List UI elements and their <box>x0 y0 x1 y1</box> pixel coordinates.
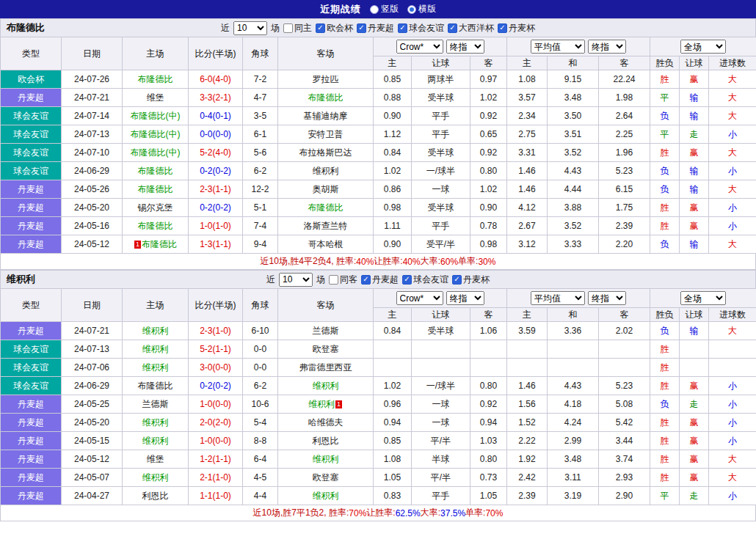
league-type-cell: 丹麦超 <box>1 432 62 450</box>
league-filter-checkbox[interactable]: 丹麦超 <box>357 22 394 34</box>
match-count-select[interactable]: 10 <box>233 21 267 35</box>
handicap-away-odds: 0.65 <box>470 125 507 144</box>
handicap-away-odds: 0.73 <box>470 469 507 487</box>
date-cell: 24-05-15 <box>62 432 123 450</box>
result-goals: 小 <box>709 125 756 144</box>
checkbox-icon[interactable] <box>357 23 366 33</box>
odds-company-select[interactable]: Crow* <box>396 291 443 305</box>
avg-draw-odds: 4.43 <box>548 162 599 180</box>
odds-company-select[interactable]: Crow* <box>396 40 443 54</box>
handicap-line: 半球 <box>412 450 470 469</box>
radio-horizontal-layout[interactable]: 横版 <box>407 3 436 15</box>
result-handicap: 赢 <box>680 377 709 395</box>
team-text: 布隆德比 <box>308 202 344 213</box>
handicap-line: 平手 <box>412 107 470 125</box>
summary-part: 近10场,胜4平2负4, 胜率: <box>261 255 357 268</box>
odds-final-select[interactable]: 终指 <box>446 291 484 305</box>
home-team-cell: 布隆德比 <box>123 162 189 180</box>
corner-cell: 5-6 <box>243 144 278 162</box>
avg-odds-select[interactable]: 平均值 <box>531 40 585 54</box>
result-handicap <box>680 340 709 359</box>
team-text: 布隆德比 <box>138 166 173 176</box>
checkbox-icon[interactable] <box>361 275 371 285</box>
score-cell: 2-1(1-0) <box>189 469 243 487</box>
result-goals: 小 <box>709 395 756 414</box>
home-team-cell: 布隆德比(中) <box>123 144 189 162</box>
checkbox-icon[interactable] <box>498 23 507 33</box>
date-cell: 24-06-29 <box>62 162 123 180</box>
sub-column-header: 让球 <box>680 56 709 70</box>
team-text: 维积利 <box>142 417 169 428</box>
radio-vertical-layout[interactable]: 竖版 <box>370 3 399 15</box>
home-team-cell: 维积利 <box>123 414 189 432</box>
topbar: 近期战绩 竖版 横版 <box>0 0 756 18</box>
league-type-cell: 丹麦超 <box>1 89 62 107</box>
radio-icon[interactable] <box>407 5 416 14</box>
league-filter-checkbox[interactable]: 欧会杯 <box>316 22 353 34</box>
league-filter-checkbox[interactable]: 丹麦杯 <box>452 274 490 286</box>
score-cell: 1-3(1-1) <box>189 235 243 254</box>
summary-part: 30% <box>478 257 495 267</box>
result-handicap: 赢 <box>680 414 709 432</box>
avg-draw-odds: 9.15 <box>548 70 599 89</box>
avg-odds-select[interactable]: 平均值 <box>531 291 585 305</box>
handicap-home-odds: 1.12 <box>374 125 412 144</box>
radio-icon[interactable] <box>370 5 379 14</box>
handicap-home-odds: 0.98 <box>374 199 412 217</box>
handicap-line: 一/球半 <box>412 377 470 395</box>
handicap-line: 受平/半 <box>412 235 470 254</box>
avg-home-odds <box>507 340 548 359</box>
score-cell: 2-3(1-0) <box>189 322 243 340</box>
league-filter-checkbox[interactable]: 丹麦超 <box>361 274 399 286</box>
team-section: 维积利近10场同客丹麦超球会友谊丹麦杯类型日期主场比分(半场)角球客场Crow*… <box>0 270 756 521</box>
team-text: 布拉格斯巴达 <box>299 147 352 158</box>
sub-column-header: 主 <box>507 56 548 70</box>
result-outcome: 胜 <box>650 377 680 395</box>
away-team-cell: 布隆德比 <box>278 89 374 107</box>
checkbox-icon[interactable] <box>452 275 462 285</box>
sub-column-header: 客 <box>470 308 507 322</box>
avg-home-odds: 1.46 <box>507 162 548 180</box>
checkbox-icon[interactable] <box>398 23 407 33</box>
checkbox-icon[interactable] <box>329 275 338 285</box>
score-cell: 5-2(1-1) <box>189 340 243 359</box>
match-scope-select[interactable]: 全场 <box>680 291 726 305</box>
handicap-home-odds: 0.85 <box>374 432 412 450</box>
score-cell: 0-2(0-2) <box>189 162 243 180</box>
match-scope-select[interactable]: 全场 <box>680 40 726 54</box>
sub-column-header: 客 <box>599 56 650 70</box>
match-row: 丹麦超24-07-21维堡3-3(2-1)4-7布隆德比0.88受半球1.023… <box>1 89 756 107</box>
avg-final-select[interactable]: 终指 <box>588 40 626 54</box>
league-filter-checkbox[interactable]: 大西洋杯 <box>448 22 494 34</box>
result-goals <box>709 359 756 377</box>
avg-final-select[interactable]: 终指 <box>588 291 626 305</box>
avg-draw-odds: 4.18 <box>548 395 599 414</box>
handicap-away-odds <box>470 340 507 359</box>
avg-away-odds: 22.24 <box>599 70 650 89</box>
league-filter-checkbox[interactable]: 球会友谊 <box>402 274 448 286</box>
league-filter-checkbox[interactable]: 丹麦杯 <box>498 22 535 34</box>
radio-label: 横版 <box>418 3 436 15</box>
handicap-away-odds: 1.02 <box>470 89 507 107</box>
sub-column-header: 让球 <box>412 308 470 322</box>
result-handicap: 输 <box>680 107 709 125</box>
result-handicap: 输 <box>680 89 709 107</box>
league-filter-checkbox[interactable]: 球会友谊 <box>398 22 444 34</box>
checkbox-icon[interactable] <box>316 23 325 33</box>
same-venue-checkbox[interactable]: 同客 <box>329 274 357 286</box>
red-card-badge: 1 <box>134 241 141 249</box>
checkbox-icon[interactable] <box>402 275 412 285</box>
result-outcome: 胜 <box>650 432 680 450</box>
result-goals: 大 <box>709 107 756 125</box>
league-type-cell: 球会友谊 <box>1 359 62 377</box>
team-text: 奥胡斯 <box>313 184 339 194</box>
match-count-select[interactable]: 10 <box>279 273 313 287</box>
handicap-home-odds: 1.02 <box>374 377 412 395</box>
checkbox-icon[interactable] <box>448 23 457 33</box>
date-cell: 24-05-20 <box>62 414 123 432</box>
summary-part: 37.5% <box>440 508 465 518</box>
odds-final-select[interactable]: 终指 <box>446 40 484 54</box>
same-venue-checkbox[interactable]: 同主 <box>283 22 312 34</box>
checkbox-icon[interactable] <box>283 23 293 33</box>
team-text: 布隆德比(中) <box>131 111 181 121</box>
